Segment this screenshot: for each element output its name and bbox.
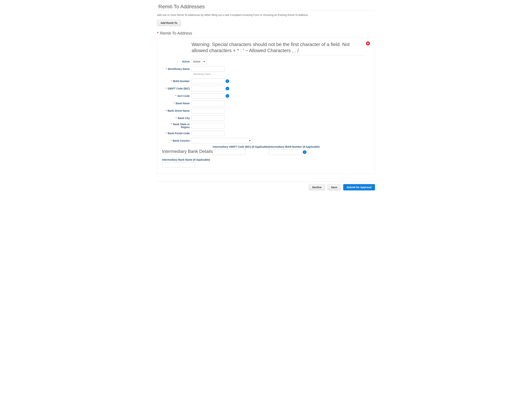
section-title-text: Remit-To Addresses <box>158 4 205 10</box>
row-bank-city: * Bank City <box>162 115 370 121</box>
label-bank-city: * Bank City <box>162 117 192 120</box>
label-swift: * SWIFT Code (BIC) <box>162 87 192 90</box>
info-icon[interactable]: i <box>303 150 306 154</box>
intermediary-iban-input[interactable] <box>269 149 302 155</box>
row-active: Active Active <box>162 59 370 64</box>
required-star-icon: * <box>171 80 172 83</box>
warning-row: Warning: Special characters should not b… <box>162 41 370 59</box>
required-star-icon: * <box>166 67 167 70</box>
row-bank-country: * Bank Country <box>162 138 370 143</box>
intermediary-bank-name-label: Intermediary Bank Name (If Applicable) <box>162 158 370 161</box>
close-icon[interactable]: ✕ <box>366 41 370 45</box>
row-bank-state: * Bank State or Region <box>162 123 370 129</box>
subsection-title: * Remit-To Address <box>157 31 375 36</box>
section-title: • Remit-To Addresses <box>157 4 375 11</box>
label-bank-street: * Bank Street Name <box>162 109 192 112</box>
intermediary-bank-name-input[interactable] <box>162 162 195 168</box>
row-sort-code: * Sort Code i <box>162 93 370 99</box>
intermediary-iban-label: Intermediary IBAN Number (If Applicable) <box>269 145 320 148</box>
add-remit-to-button[interactable]: Add Remit-To <box>157 20 181 26</box>
label-bank-state: * Bank State or Region <box>162 123 192 129</box>
label-bank-name: * Bank Name <box>162 102 192 105</box>
remit-to-panel: Warning: Special characters should not b… <box>157 37 375 174</box>
required-star-icon: * <box>166 87 166 90</box>
row-iban: * IBAN Number i <box>162 78 370 84</box>
info-icon[interactable]: i <box>226 87 229 90</box>
submit-for-approval-button[interactable]: Submit for Approval <box>343 184 375 190</box>
bank-country-select[interactable] <box>192 138 253 143</box>
sort-code-input[interactable] <box>192 93 224 99</box>
bank-state-input[interactable] <box>192 123 224 128</box>
row-bank-postal: * Bank Postal Code <box>162 131 370 136</box>
label-beneficiary: * Beneficiary Name <box>162 67 192 70</box>
required-star-icon: * <box>173 102 174 105</box>
required-star-icon: * <box>171 123 172 126</box>
save-button[interactable]: Save <box>328 184 341 190</box>
footer-actions: Decline Save Submit for Approval <box>157 181 375 190</box>
swift-input[interactable] <box>192 86 224 91</box>
subsection-title-text: Remit-To Address <box>160 31 192 35</box>
active-select-wrap: Active <box>192 59 207 64</box>
bank-city-input[interactable] <box>192 115 224 121</box>
required-star-icon: * <box>166 132 167 135</box>
intermediary-row: Intermediary Bank Details Intermediary S… <box>162 145 370 155</box>
beneficiary-name-input[interactable] <box>192 66 224 72</box>
required-star-icon: * <box>157 31 159 35</box>
page-container: • Remit-To Addresses Add one or more Rem… <box>133 0 399 198</box>
intermediary-bank-name-block: Intermediary Bank Name (If Applicable) <box>162 158 370 168</box>
section-bullet-icon: • <box>157 6 158 8</box>
info-icon[interactable]: i <box>226 79 229 83</box>
bank-name-input[interactable] <box>192 101 224 106</box>
intermediary-swift-label: Intermediary SWIFT Code (BIC) (If Applic… <box>213 145 269 148</box>
decline-button[interactable]: Decline <box>309 184 325 190</box>
required-star-icon: * <box>176 117 177 120</box>
warning-text: Warning: Special characters should not b… <box>192 41 365 56</box>
intermediary-swift-input[interactable] <box>213 149 246 155</box>
bank-street-input[interactable] <box>192 108 224 114</box>
section-description: Add one or more Remit-To Addresses by ei… <box>157 14 375 16</box>
iban-input[interactable] <box>192 78 224 84</box>
required-star-icon: * <box>166 109 166 112</box>
label-bank-country: * Bank Country <box>162 139 192 142</box>
intermediary-title: Intermediary Bank Details <box>162 149 213 155</box>
label-sort-code: * Sort Code <box>162 94 192 97</box>
bank-postal-input[interactable] <box>192 131 224 136</box>
label-iban: * IBAN Number <box>162 80 192 83</box>
intermediary-iban-col: Intermediary IBAN Number (If Applicable)… <box>269 145 320 155</box>
row-bank-street: * Bank Street Name <box>162 108 370 114</box>
beneficiary-hint: Beneficiary Name <box>193 73 370 75</box>
intermediary-swift-col: Intermediary SWIFT Code (BIC) (If Applic… <box>213 145 269 155</box>
required-star-icon: * <box>171 139 172 142</box>
row-beneficiary-name: * Beneficiary Name <box>162 66 370 72</box>
required-star-icon: * <box>175 94 176 97</box>
bank-country-select-wrap <box>192 138 253 143</box>
row-bank-name: * Bank Name <box>162 101 370 106</box>
info-icon[interactable]: i <box>226 94 229 98</box>
label-active: Active <box>162 60 192 63</box>
label-bank-postal: * Bank Postal Code <box>162 132 192 135</box>
active-select[interactable]: Active <box>192 59 207 64</box>
row-swift: * SWIFT Code (BIC) i <box>162 86 370 91</box>
